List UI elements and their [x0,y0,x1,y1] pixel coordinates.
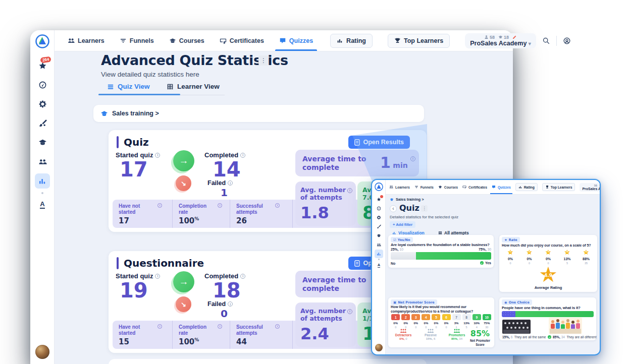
user-avatar[interactable] [35,345,49,359]
sidebar-courses[interactable] [377,233,381,238]
sidebar-dashboard[interactable] [38,81,47,89]
nav-item-learners[interactable]: Learners [389,180,410,194]
account-selector[interactable]: 5818 ProSales Academy [580,183,601,192]
rate-star-col: ★10%0 [501,249,519,265]
main-sidebar: 264 A [30,30,55,364]
nav-item-certificates[interactable]: Certificates [220,30,264,51]
nps-score-value: 85% [468,329,492,338]
sidebar-customization[interactable] [377,224,381,229]
watch-eye-button[interactable] [563,37,571,45]
search-button[interactable] [542,37,550,45]
app-logo[interactable] [35,34,49,48]
tab-learner-view[interactable]: Learner View [167,83,220,90]
sidebar-statistics[interactable] [375,250,383,258]
page-menu-button[interactable]: ⋮ [258,55,269,66]
nav-item-certificates[interactable]: Certificates [462,180,487,194]
nav-item-funnels[interactable]: Funnels [414,180,434,194]
nav-item-courses[interactable]: Courses [438,180,458,194]
learners-icon [68,37,75,44]
nps-score-box: 4 [422,314,430,320]
sidebar-settings[interactable] [38,100,47,108]
yesno-question: Are loyal customers the foundation of a … [391,242,490,247]
nps-group-promoters: Promoters 85%, 34 [444,329,470,340]
nps-percent: 0% [411,322,421,325]
group-label: Detractors [390,333,416,337]
info-icon[interactable]: i [155,274,160,279]
app-logo[interactable] [375,183,383,191]
sidebar-statistics[interactable] [35,173,50,189]
eye-icon [563,37,571,45]
info-icon[interactable]: i [228,301,233,307]
nav-item-learners[interactable]: Learners [68,30,104,51]
sidebar-branding[interactable]: A [40,201,44,209]
add-filter-button[interactable]: + Add filter [390,221,415,228]
account-name: ProSales Academy [470,40,527,47]
rating-button[interactable]: Rating [330,34,373,48]
info-icon[interactable]: i [218,324,222,329]
check-icon: ✓ [480,261,484,265]
info-icon[interactable]: i [347,309,352,314]
info-icon[interactable]: i [240,153,245,158]
group-label: Promoters [444,333,470,337]
info-icon[interactable]: i [228,180,233,186]
sidebar-customization[interactable] [38,119,47,128]
onechoice-bar [502,311,594,317]
option-image-same [502,320,531,334]
info-icon[interactable]: i [275,203,280,208]
yesno-bar [391,252,491,260]
info-icon[interactable]: i [158,203,162,208]
page-menu-button[interactable]: ⋮ [421,205,428,212]
onechoice-question: People have one thing in common, what is… [502,306,581,310]
info-icon[interactable]: i [240,274,245,279]
info-icon[interactable]: i [218,203,222,208]
nps-score-box: 7 [452,314,461,320]
sidebar-dashboard[interactable] [377,206,381,211]
nps-percent: 10% [472,322,482,325]
back-button[interactable]: ‹ [390,205,397,212]
sidebar-favorites[interactable] [377,197,381,202]
nps-percent: 0% [391,322,400,325]
user-avatar[interactable] [375,344,383,351]
info-icon[interactable]: i [275,324,280,329]
breadcrumb[interactable]: Sales training > [93,105,424,122]
completed-arrow-icon: → [173,150,194,171]
average-rating-label: Average Rating [499,285,597,290]
nps-score-box: 3 [411,314,420,320]
option-label-same: 15%, 6 They are all the same [502,335,546,339]
sidebar-learners[interactable] [377,242,381,247]
nav-item-funnels[interactable]: Funnels [120,30,154,51]
top-learners-button[interactable]: Top Learners [542,183,575,191]
rating-button[interactable]: Rating [515,183,538,191]
top-learners-button[interactable]: Top Learners [388,34,450,48]
nps-score: 85% Net Promoter Score [468,329,492,346]
breadcrumb[interactable]: Sales training > [390,197,424,202]
nps-percent: 75% [482,322,492,325]
sidebar-settings[interactable] [377,215,381,220]
nav-label: Funnels [130,37,154,44]
info-icon[interactable]: i [158,324,162,329]
failed-label: Failedi [207,179,233,187]
nps-chart-card: ▣Net Promoter Score How likely is it tha… [388,297,494,347]
sidebar-branding[interactable]: A [378,263,380,268]
info-icon[interactable]: i [347,188,352,193]
tab-quiz-view[interactable]: Quiz View [107,83,150,90]
substat-completion-rate: Completion ratei 100% [172,200,230,228]
star-percent: 0% [501,257,519,261]
failed-value: 0 [221,309,228,319]
account-selector[interactable]: 58 18 ProSales Academy ▾ [465,33,536,48]
cap-icon [498,35,503,39]
sidebar-favorites[interactable]: 264 [38,62,47,70]
gauge-icon: ▣ [393,300,396,305]
nav-item-quizzes[interactable]: Quizzes [492,180,511,194]
learners-icon [389,185,393,189]
sidebar-courses[interactable] [38,138,47,147]
nav-item-courses[interactable]: Courses [169,30,204,51]
nav-label: Courses [444,186,458,189]
people-icon [453,329,460,333]
nav-item-quizzes[interactable]: Quizzes [279,30,313,51]
sidebar-learners[interactable] [38,157,47,166]
nps-scale-col: 20%0 [401,314,410,329]
info-icon[interactable]: i [155,153,160,158]
account-stats: 58 18 [470,35,531,40]
substat-completion-rate: Completion ratei 100% [172,321,230,349]
